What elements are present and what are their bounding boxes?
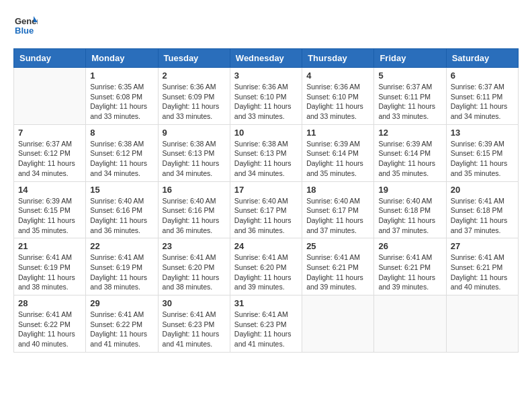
day-number: 9 xyxy=(163,128,226,138)
day-number: 14 xyxy=(18,185,81,195)
day-number: 28 xyxy=(18,298,81,308)
day-detail: Sunrise: 6:40 AM Sunset: 6:17 PM Dayligh… xyxy=(234,196,298,236)
day-detail: Sunrise: 6:38 AM Sunset: 6:12 PM Dayligh… xyxy=(90,139,153,179)
weekday-header-cell: Wednesday xyxy=(230,49,302,68)
day-number: 13 xyxy=(451,128,514,138)
day-detail: Sunrise: 6:39 AM Sunset: 6:15 PM Dayligh… xyxy=(451,139,514,179)
calendar-day-cell: 13Sunrise: 6:39 AM Sunset: 6:15 PM Dayli… xyxy=(446,124,518,181)
weekday-header-cell: Tuesday xyxy=(158,49,230,68)
day-detail: Sunrise: 6:41 AM Sunset: 6:20 PM Dayligh… xyxy=(163,253,226,292)
calendar-day-cell: 19Sunrise: 6:40 AM Sunset: 6:18 PM Dayli… xyxy=(374,181,446,238)
day-number: 4 xyxy=(306,71,369,81)
day-detail: Sunrise: 6:36 AM Sunset: 6:10 PM Dayligh… xyxy=(306,82,369,122)
calendar-day-cell: 8Sunrise: 6:38 AM Sunset: 6:12 PM Daylig… xyxy=(86,124,158,181)
day-detail: Sunrise: 6:39 AM Sunset: 6:15 PM Dayligh… xyxy=(18,196,81,236)
day-number: 1 xyxy=(90,71,153,81)
calendar-day-cell: 5Sunrise: 6:37 AM Sunset: 6:11 PM Daylig… xyxy=(374,68,446,125)
calendar-day-cell: 15Sunrise: 6:40 AM Sunset: 6:16 PM Dayli… xyxy=(86,181,158,238)
day-detail: Sunrise: 6:40 AM Sunset: 6:16 PM Dayligh… xyxy=(90,196,153,236)
day-detail: Sunrise: 6:40 AM Sunset: 6:17 PM Dayligh… xyxy=(306,196,369,236)
weekday-header-cell: Sunday xyxy=(14,49,86,68)
day-number: 5 xyxy=(378,71,441,81)
calendar-day-cell: 28Sunrise: 6:41 AM Sunset: 6:22 PM Dayli… xyxy=(14,295,86,353)
day-number: 10 xyxy=(234,128,298,138)
day-number: 23 xyxy=(163,241,226,251)
weekday-header-cell: Thursday xyxy=(302,49,374,68)
svg-text:Blue: Blue xyxy=(15,26,34,36)
weekday-header-row: SundayMondayTuesdayWednesdayThursdayFrid… xyxy=(14,49,519,68)
day-detail: Sunrise: 6:37 AM Sunset: 6:11 PM Dayligh… xyxy=(378,82,441,122)
day-number: 6 xyxy=(451,71,514,81)
day-detail: Sunrise: 6:37 AM Sunset: 6:12 PM Dayligh… xyxy=(18,139,81,179)
calendar-day-cell: 27Sunrise: 6:41 AM Sunset: 6:21 PM Dayli… xyxy=(446,238,518,295)
day-number: 26 xyxy=(378,241,441,251)
day-number: 25 xyxy=(306,241,369,251)
calendar-day-cell: 20Sunrise: 6:41 AM Sunset: 6:18 PM Dayli… xyxy=(446,181,518,238)
day-number: 24 xyxy=(234,241,298,251)
calendar-body: 1Sunrise: 6:35 AM Sunset: 6:08 PM Daylig… xyxy=(14,68,519,353)
day-number: 31 xyxy=(234,298,298,308)
day-detail: Sunrise: 6:41 AM Sunset: 6:19 PM Dayligh… xyxy=(90,253,153,292)
day-detail: Sunrise: 6:39 AM Sunset: 6:14 PM Dayligh… xyxy=(378,139,441,179)
day-detail: Sunrise: 6:40 AM Sunset: 6:18 PM Dayligh… xyxy=(378,196,441,236)
calendar-day-cell: 7Sunrise: 6:37 AM Sunset: 6:12 PM Daylig… xyxy=(14,124,86,181)
calendar-day-cell xyxy=(14,68,86,125)
day-number: 16 xyxy=(163,185,226,195)
calendar-day-cell: 31Sunrise: 6:41 AM Sunset: 6:23 PM Dayli… xyxy=(230,295,302,353)
day-detail: Sunrise: 6:36 AM Sunset: 6:10 PM Dayligh… xyxy=(234,82,298,122)
calendar-table: SundayMondayTuesdayWednesdayThursdayFrid… xyxy=(13,48,519,353)
calendar-day-cell: 22Sunrise: 6:41 AM Sunset: 6:19 PM Dayli… xyxy=(86,238,158,295)
calendar-day-cell: 23Sunrise: 6:41 AM Sunset: 6:20 PM Dayli… xyxy=(158,238,230,295)
calendar-day-cell: 26Sunrise: 6:41 AM Sunset: 6:21 PM Dayli… xyxy=(374,238,446,295)
day-number: 30 xyxy=(163,298,226,308)
day-detail: Sunrise: 6:37 AM Sunset: 6:11 PM Dayligh… xyxy=(451,82,514,122)
day-number: 29 xyxy=(90,298,153,308)
calendar-day-cell: 1Sunrise: 6:35 AM Sunset: 6:08 PM Daylig… xyxy=(86,68,158,125)
day-number: 11 xyxy=(306,128,369,138)
day-detail: Sunrise: 6:41 AM Sunset: 6:22 PM Dayligh… xyxy=(18,310,81,349)
calendar-day-cell: 4Sunrise: 6:36 AM Sunset: 6:10 PM Daylig… xyxy=(302,68,374,125)
calendar-week-row: 28Sunrise: 6:41 AM Sunset: 6:22 PM Dayli… xyxy=(14,295,519,353)
calendar-day-cell: 2Sunrise: 6:36 AM Sunset: 6:09 PM Daylig… xyxy=(158,68,230,125)
calendar-day-cell: 29Sunrise: 6:41 AM Sunset: 6:22 PM Dayli… xyxy=(86,295,158,353)
calendar-day-cell: 14Sunrise: 6:39 AM Sunset: 6:15 PM Dayli… xyxy=(14,181,86,238)
calendar-week-row: 7Sunrise: 6:37 AM Sunset: 6:12 PM Daylig… xyxy=(14,124,519,181)
calendar-day-cell xyxy=(374,295,446,353)
calendar-day-cell: 24Sunrise: 6:41 AM Sunset: 6:20 PM Dayli… xyxy=(230,238,302,295)
calendar-day-cell: 3Sunrise: 6:36 AM Sunset: 6:10 PM Daylig… xyxy=(230,68,302,125)
day-number: 27 xyxy=(451,241,514,251)
calendar-week-row: 21Sunrise: 6:41 AM Sunset: 6:19 PM Dayli… xyxy=(14,238,519,295)
day-detail: Sunrise: 6:41 AM Sunset: 6:19 PM Dayligh… xyxy=(18,253,81,292)
day-number: 19 xyxy=(378,185,441,195)
day-detail: Sunrise: 6:38 AM Sunset: 6:13 PM Dayligh… xyxy=(234,139,298,179)
calendar-day-cell: 21Sunrise: 6:41 AM Sunset: 6:19 PM Dayli… xyxy=(14,238,86,295)
day-detail: Sunrise: 6:41 AM Sunset: 6:23 PM Dayligh… xyxy=(163,310,226,349)
day-number: 17 xyxy=(234,185,298,195)
day-number: 8 xyxy=(90,128,153,138)
day-detail: Sunrise: 6:41 AM Sunset: 6:18 PM Dayligh… xyxy=(451,196,514,236)
weekday-header-cell: Monday xyxy=(86,49,158,68)
day-detail: Sunrise: 6:41 AM Sunset: 6:21 PM Dayligh… xyxy=(451,253,514,292)
calendar-day-cell: 16Sunrise: 6:40 AM Sunset: 6:16 PM Dayli… xyxy=(158,181,230,238)
day-detail: Sunrise: 6:41 AM Sunset: 6:23 PM Dayligh… xyxy=(234,310,298,349)
weekday-header-cell: Friday xyxy=(374,49,446,68)
day-detail: Sunrise: 6:41 AM Sunset: 6:22 PM Dayligh… xyxy=(90,310,153,349)
day-detail: Sunrise: 6:36 AM Sunset: 6:09 PM Dayligh… xyxy=(163,82,226,122)
calendar-day-cell: 17Sunrise: 6:40 AM Sunset: 6:17 PM Dayli… xyxy=(230,181,302,238)
day-detail: Sunrise: 6:38 AM Sunset: 6:13 PM Dayligh… xyxy=(163,139,226,179)
day-number: 22 xyxy=(90,241,153,251)
day-number: 3 xyxy=(234,71,298,81)
day-number: 7 xyxy=(18,128,81,138)
calendar-day-cell: 9Sunrise: 6:38 AM Sunset: 6:13 PM Daylig… xyxy=(158,124,230,181)
calendar-week-row: 1Sunrise: 6:35 AM Sunset: 6:08 PM Daylig… xyxy=(14,68,519,125)
calendar-day-cell: 10Sunrise: 6:38 AM Sunset: 6:13 PM Dayli… xyxy=(230,124,302,181)
calendar-day-cell: 11Sunrise: 6:39 AM Sunset: 6:14 PM Dayli… xyxy=(302,124,374,181)
weekday-header-cell: Saturday xyxy=(446,49,518,68)
logo: GeneralBlue xyxy=(13,13,38,38)
day-number: 2 xyxy=(163,71,226,81)
logo-icon: GeneralBlue xyxy=(13,13,38,38)
day-number: 12 xyxy=(378,128,441,138)
day-detail: Sunrise: 6:41 AM Sunset: 6:21 PM Dayligh… xyxy=(378,253,441,292)
day-number: 15 xyxy=(90,185,153,195)
day-number: 18 xyxy=(306,185,369,195)
